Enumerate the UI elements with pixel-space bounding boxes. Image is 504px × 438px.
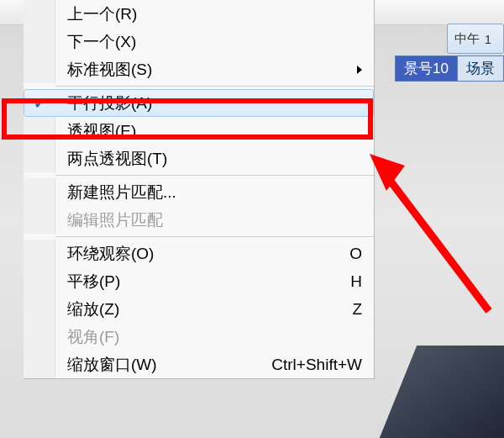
camera-context-menu: 上一个(R) 下一个(X) 标准视图(S) ✓ 平行投影(A) 透视图(E) 两… bbox=[24, 0, 375, 379]
menu-icon-slot: ✓ bbox=[24, 90, 55, 116]
menu-orbit[interactable]: 环绕观察(O) O bbox=[24, 240, 374, 267]
menu-icon-slot bbox=[24, 117, 55, 145]
menu-icon-slot bbox=[24, 351, 55, 378]
menu-label: 两点透视图(T) bbox=[55, 148, 362, 170]
menu-shortcut: H bbox=[350, 272, 362, 291]
menu-separator bbox=[55, 86, 374, 87]
menu-new-photo-match[interactable]: 新建照片匹配... bbox=[24, 178, 374, 206]
menu-shortcut: Ctrl+Shift+W bbox=[271, 356, 362, 374]
menu-icon-slot bbox=[24, 267, 55, 295]
menu-label: 缩放(Z) bbox=[55, 298, 352, 320]
menu-zoom[interactable]: 缩放(Z) Z bbox=[24, 295, 374, 323]
menu-icon-slot bbox=[24, 206, 55, 234]
menu-icon-slot bbox=[24, 240, 55, 267]
tab-scene-next[interactable]: 场景 bbox=[458, 56, 503, 81]
menu-label: 上一个(R) bbox=[55, 3, 362, 25]
menu-previous[interactable]: 上一个(R) bbox=[24, 0, 374, 28]
menu-perspective[interactable]: 透视图(E) bbox=[24, 117, 374, 145]
submenu-arrow-icon bbox=[357, 66, 362, 74]
menu-icon-slot bbox=[24, 0, 55, 28]
menu-label: 平行投影(A) bbox=[55, 92, 361, 114]
menu-label: 视角(F) bbox=[55, 326, 362, 348]
menu-label: 新建照片匹配... bbox=[55, 182, 362, 203]
menu-label: 环绕观察(O) bbox=[55, 243, 349, 265]
menu-fov: 视角(F) bbox=[24, 323, 374, 351]
menu-icon-slot bbox=[24, 295, 55, 323]
menu-edit-photo-match: 编辑照片匹配 bbox=[24, 206, 374, 234]
menu-icon-slot bbox=[24, 55, 55, 83]
menu-two-point-perspective[interactable]: 两点透视图(T) bbox=[24, 145, 374, 172]
menu-label: 标准视图(S) bbox=[55, 59, 350, 81]
time-panel: 中午 1 bbox=[447, 24, 504, 54]
menu-icon-slot bbox=[24, 178, 55, 206]
menu-next[interactable]: 下一个(X) bbox=[24, 28, 374, 55]
menu-icon-slot bbox=[24, 28, 55, 55]
check-icon: ✓ bbox=[34, 94, 46, 113]
time-value: 1 bbox=[485, 32, 491, 46]
tab-bar: 景号10 场景 bbox=[395, 55, 504, 82]
menu-separator bbox=[55, 175, 374, 176]
tab-scene-10[interactable]: 景号10 bbox=[396, 56, 458, 81]
time-label: 中午 bbox=[454, 31, 480, 47]
menu-parallel-projection[interactable]: ✓ 平行投影(A) bbox=[24, 89, 374, 117]
menu-shortcut: Z bbox=[352, 300, 362, 319]
menu-label: 缩放窗口(W) bbox=[55, 354, 271, 376]
menu-label: 编辑照片匹配 bbox=[55, 209, 362, 231]
menu-separator bbox=[55, 236, 374, 237]
menu-zoom-window[interactable]: 缩放窗口(W) Ctrl+Shift+W bbox=[24, 351, 374, 378]
menu-label: 平移(P) bbox=[55, 271, 350, 293]
menu-shortcut: O bbox=[349, 245, 362, 263]
menu-icon-slot bbox=[24, 323, 55, 351]
menu-label: 透视图(E) bbox=[55, 120, 362, 142]
menu-standard-views[interactable]: 标准视图(S) bbox=[24, 55, 374, 83]
menu-icon-slot bbox=[24, 145, 55, 172]
menu-label: 下一个(X) bbox=[55, 31, 362, 53]
menu-pan[interactable]: 平移(P) H bbox=[24, 267, 374, 295]
